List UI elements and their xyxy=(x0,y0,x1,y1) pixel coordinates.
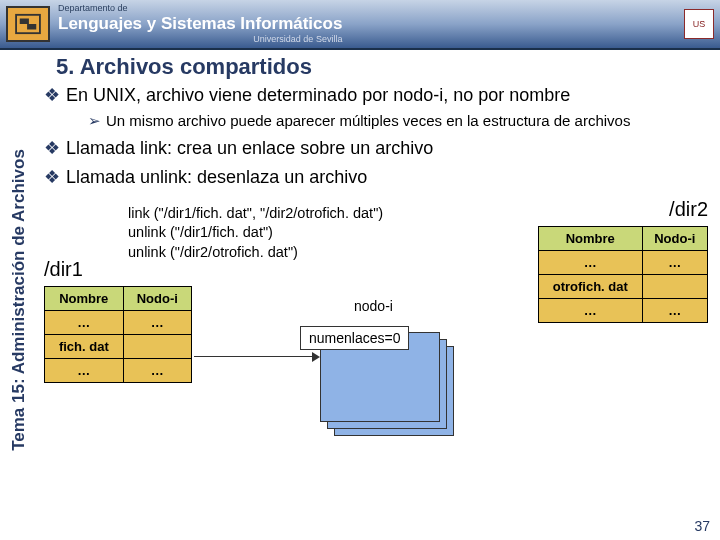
page-number: 37 xyxy=(694,518,710,534)
dir2-table: NombreNodo-i …… otrofich. dat …… xyxy=(538,226,708,323)
dir2-otrofich: otrofich. dat xyxy=(539,274,643,298)
bullet-1-text: En UNIX, archivo viene determinado por n… xyxy=(66,85,570,105)
university-label: Universidad de Sevilla xyxy=(58,34,342,45)
dir1-col-nodoi: Nodo-i xyxy=(123,286,191,310)
svg-rect-1 xyxy=(20,19,29,25)
dept-label: Departamento de xyxy=(58,3,342,14)
sidebar-label: Tema 15: Administración de Archivos xyxy=(9,149,29,451)
nodoi-caption: nodo-i xyxy=(354,298,393,314)
dir2-dots-2a: … xyxy=(539,298,643,322)
sidebar: Tema 15: Administración de Archivos xyxy=(4,64,34,536)
sub-bullet-1: Un mismo archivo puede aparecer múltiple… xyxy=(88,111,714,131)
dir1-table: NombreNodo-i …… fich. dat …… xyxy=(44,286,192,383)
dir1-col-nombre: Nombre xyxy=(45,286,124,310)
header-banner: Departamento de Lenguajes y Sistemas Inf… xyxy=(0,0,720,48)
code-line-3: unlink ("/dir2/otrofich. dat") xyxy=(128,243,383,263)
university-seal-icon: US xyxy=(684,9,714,39)
dir1-label: /dir1 xyxy=(44,258,83,281)
dir2-dots-1a: … xyxy=(539,250,643,274)
code-line-1: link ("/dir1/fich. dat", "/dir2/otrofich… xyxy=(128,204,383,224)
bullet-2: Llamada link: crea un enlace sobre un ar… xyxy=(44,137,714,160)
bullet-1: En UNIX, archivo viene determinado por n… xyxy=(44,84,714,131)
dir1-fich: fich. dat xyxy=(45,334,124,358)
code-block: link ("/dir1/fich. dat", "/dir2/otrofich… xyxy=(128,204,383,263)
dir1-fich-arrow xyxy=(123,334,191,358)
dir1-dots-2a: … xyxy=(45,358,124,382)
code-line-2: unlink ("/dir1/fich. dat") xyxy=(128,223,383,243)
dir2-label: /dir2 xyxy=(669,198,708,221)
arrow-dir1-nodoi xyxy=(194,356,314,357)
dir2-col-nombre: Nombre xyxy=(539,226,643,250)
dir2-dots-2b: … xyxy=(642,298,707,322)
dir2-otrofich-arrow xyxy=(642,274,707,298)
banner-text-block: Departamento de Lenguajes y Sistemas Inf… xyxy=(58,3,342,45)
dir1-dots-2b: … xyxy=(123,358,191,382)
bullet-3: Llamada unlink: desenlaza un archivo xyxy=(44,166,714,189)
bullet-list: En UNIX, archivo viene determinado por n… xyxy=(44,84,714,190)
diagram-region: link ("/dir1/fich. dat", "/dir2/otrofich… xyxy=(44,196,714,456)
dept-name: Lenguajes y Sistemas Informáticos xyxy=(58,14,342,34)
numenlaces-box: numenlaces=0 xyxy=(300,326,409,350)
main-content: En UNIX, archivo viene determinado por n… xyxy=(44,84,714,536)
dir1-dots-1a: … xyxy=(45,310,124,334)
svg-rect-2 xyxy=(27,24,36,30)
dir2-col-nodoi: Nodo-i xyxy=(642,226,707,250)
dir2-dots-1b: … xyxy=(642,250,707,274)
dir1-dots-1b: … xyxy=(123,310,191,334)
page-title: 5. Archivos compartidos xyxy=(0,50,720,84)
dept-logo-icon xyxy=(6,6,50,42)
